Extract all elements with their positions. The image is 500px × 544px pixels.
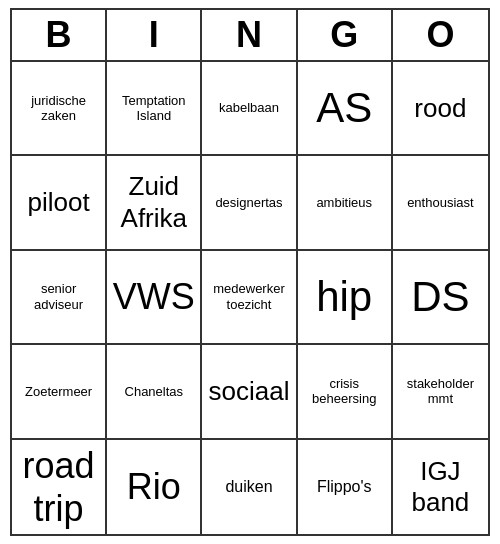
cell-text: AS (316, 83, 372, 133)
cell-text: ambitieus (316, 195, 372, 211)
bingo-cell: road trip (12, 440, 107, 534)
bingo-cell: Flippo's (298, 440, 393, 534)
cell-text: kabelbaan (219, 100, 279, 116)
cell-text: stakeholder mmt (397, 376, 484, 407)
header-letter: B (12, 10, 107, 60)
cell-text: rood (414, 93, 466, 124)
cell-text: duiken (225, 477, 272, 496)
bingo-cell: enthousiast (393, 156, 488, 250)
bingo-cell: duiken (202, 440, 297, 534)
bingo-cell: designertas (202, 156, 297, 250)
cell-text: piloot (28, 187, 90, 218)
bingo-cell: Chaneltas (107, 345, 202, 439)
bingo-cell: Zoetermeer (12, 345, 107, 439)
bingo-header: BINGO (12, 10, 488, 62)
cell-text: hip (316, 272, 372, 322)
bingo-card: BINGO juridische zakenTemptation Islandk… (10, 8, 490, 536)
bingo-cell: hip (298, 251, 393, 345)
bingo-cell: piloot (12, 156, 107, 250)
cell-text: Zoetermeer (25, 384, 92, 400)
cell-text: road trip (16, 444, 101, 530)
bingo-cell: juridische zaken (12, 62, 107, 156)
bingo-cell: Zuid Afrika (107, 156, 202, 250)
cell-text: medewerker toezicht (206, 281, 291, 312)
cell-text: juridische zaken (16, 93, 101, 124)
cell-text: Temptation Island (111, 93, 196, 124)
bingo-cell: Rio (107, 440, 202, 534)
bingo-cell: DS (393, 251, 488, 345)
bingo-cell: rood (393, 62, 488, 156)
bingo-cell: ambitieus (298, 156, 393, 250)
bingo-cell: medewerker toezicht (202, 251, 297, 345)
header-letter: N (202, 10, 297, 60)
cell-text: IGJ band (397, 456, 484, 518)
bingo-cell: AS (298, 62, 393, 156)
bingo-cell: Temptation Island (107, 62, 202, 156)
cell-text: Flippo's (317, 477, 372, 496)
cell-text: enthousiast (407, 195, 474, 211)
cell-text: crisis beheersing (302, 376, 387, 407)
header-letter: O (393, 10, 488, 60)
header-letter: G (298, 10, 393, 60)
bingo-cell: stakeholder mmt (393, 345, 488, 439)
cell-text: Rio (127, 465, 181, 508)
bingo-cell: senior adviseur (12, 251, 107, 345)
bingo-cell: IGJ band (393, 440, 488, 534)
bingo-cell: kabelbaan (202, 62, 297, 156)
header-letter: I (107, 10, 202, 60)
cell-text: VWS (113, 275, 195, 318)
cell-text: Zuid Afrika (111, 171, 196, 233)
cell-text: senior adviseur (16, 281, 101, 312)
bingo-cell: crisis beheersing (298, 345, 393, 439)
cell-text: sociaal (209, 376, 290, 407)
cell-text: designertas (215, 195, 282, 211)
bingo-cell: sociaal (202, 345, 297, 439)
cell-text: DS (411, 272, 469, 322)
cell-text: Chaneltas (125, 384, 184, 400)
bingo-grid: juridische zakenTemptation Islandkabelba… (12, 62, 488, 534)
bingo-cell: VWS (107, 251, 202, 345)
